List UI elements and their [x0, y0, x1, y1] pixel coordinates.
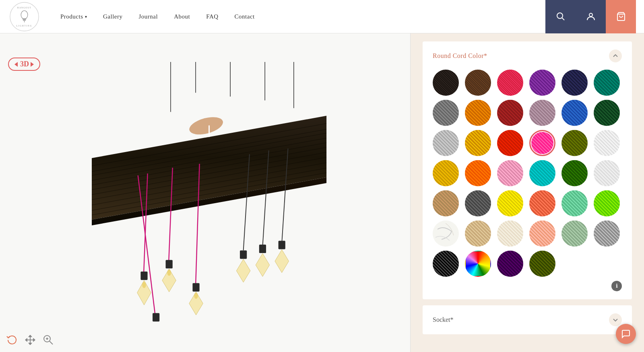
viewer-controls	[6, 334, 54, 346]
color-swatch[interactable]	[561, 160, 588, 186]
color-swatch[interactable]	[561, 190, 588, 216]
color-swatch[interactable]	[497, 160, 523, 186]
svg-rect-35	[140, 272, 147, 280]
color-swatch[interactable]	[529, 160, 555, 186]
logo[interactable]: HANGOUT LIGHTING	[8, 0, 40, 33]
color-swatch[interactable]	[433, 70, 459, 96]
svg-point-43	[194, 293, 198, 299]
main-nav: Products ▾ Gallery Journal About FAQ Con…	[52, 0, 545, 33]
svg-text:LIGHTING: LIGHTING	[16, 24, 32, 27]
color-section-title: Round Cord Color*	[433, 52, 487, 60]
color-section: Round Cord Color*	[423, 41, 632, 299]
svg-line-8	[562, 18, 564, 21]
color-swatch[interactable]	[465, 220, 491, 247]
collapse-button[interactable]	[609, 49, 622, 62]
expand-button[interactable]	[609, 313, 622, 326]
nav-journal[interactable]: Journal	[130, 0, 166, 33]
svg-rect-38	[165, 260, 172, 268]
right-panel: Round Cord Color*	[411, 33, 644, 352]
color-swatch[interactable]	[594, 160, 620, 186]
svg-point-40	[167, 270, 171, 276]
color-swatch[interactable]	[433, 220, 459, 247]
svg-marker-53	[275, 249, 289, 272]
nav-about[interactable]: About	[166, 0, 198, 33]
color-swatch[interactable]	[497, 100, 523, 126]
svg-rect-50	[259, 245, 266, 253]
socket-header: Socket*	[433, 313, 622, 326]
color-swatch[interactable]	[561, 100, 588, 126]
header: HANGOUT LIGHTING Products ▾ Gallery Jour…	[0, 0, 644, 33]
svg-line-57	[50, 341, 53, 344]
svg-marker-51	[256, 253, 269, 276]
color-swatch[interactable]	[594, 220, 620, 247]
svg-point-9	[589, 13, 592, 16]
color-swatch-selected[interactable]	[529, 130, 555, 156]
svg-rect-5	[23, 20, 25, 21]
color-swatch[interactable]	[465, 100, 491, 126]
color-swatch[interactable]	[561, 70, 588, 96]
color-swatch[interactable]	[529, 190, 555, 216]
color-swatch[interactable]	[465, 160, 491, 186]
svg-rect-52	[278, 241, 285, 249]
section-header: Round Cord Color*	[433, 49, 622, 62]
color-swatch[interactable]	[433, 100, 459, 126]
color-swatch[interactable]	[433, 190, 459, 216]
color-swatch[interactable]	[497, 190, 523, 216]
color-swatch[interactable]	[497, 220, 523, 247]
svg-point-60	[433, 221, 459, 247]
product-viewer: 3D	[0, 33, 410, 352]
color-grid	[433, 70, 622, 277]
svg-point-3	[21, 10, 28, 19]
move-control[interactable]	[24, 334, 36, 346]
color-swatch[interactable]	[529, 251, 555, 277]
color-swatch[interactable]	[594, 130, 620, 156]
svg-marker-46	[236, 259, 250, 282]
nav-gallery[interactable]: Gallery	[95, 0, 130, 33]
chat-button[interactable]	[616, 324, 636, 344]
color-swatch[interactable]	[561, 130, 588, 156]
color-swatch[interactable]	[465, 190, 491, 216]
svg-text:HANGOUT: HANGOUT	[17, 6, 31, 8]
header-actions	[545, 0, 636, 33]
color-swatch[interactable]	[465, 130, 491, 156]
socket-section: Socket*	[423, 305, 632, 334]
color-swatch[interactable]	[529, 70, 555, 96]
main-content: 3D	[0, 33, 644, 352]
color-swatch[interactable]	[465, 70, 491, 96]
svg-rect-44	[153, 313, 159, 321]
search-button[interactable]	[545, 0, 576, 33]
color-swatch[interactable]	[594, 190, 620, 216]
rotate-control[interactable]	[6, 334, 18, 346]
color-swatch[interactable]	[497, 70, 523, 96]
color-swatch[interactable]	[433, 251, 459, 277]
socket-title: Socket*	[433, 316, 454, 323]
svg-point-37	[142, 282, 146, 288]
color-swatch[interactable]	[594, 100, 620, 126]
svg-point-7	[557, 13, 563, 19]
color-swatch[interactable]	[529, 220, 555, 247]
color-swatch[interactable]	[561, 220, 588, 247]
info-icon[interactable]: ℹ	[611, 281, 622, 291]
svg-rect-45	[240, 250, 247, 259]
nav-contact[interactable]: Contact	[227, 0, 263, 33]
svg-point-29	[187, 114, 225, 138]
zoom-control[interactable]	[42, 334, 54, 346]
3d-badge[interactable]: 3D	[8, 58, 40, 71]
nav-faq[interactable]: FAQ	[198, 0, 226, 33]
color-swatch[interactable]	[529, 100, 555, 126]
cart-button[interactable]	[606, 0, 636, 33]
lamp-scene	[74, 62, 336, 323]
color-swatch[interactable]	[497, 130, 523, 156]
chevron-down-icon: ▾	[85, 0, 87, 33]
color-swatch[interactable]	[497, 251, 523, 277]
color-swatch[interactable]	[465, 251, 491, 277]
color-swatch[interactable]	[433, 130, 459, 156]
color-swatch[interactable]	[594, 70, 620, 96]
account-button[interactable]	[576, 0, 606, 33]
color-swatch[interactable]	[433, 160, 459, 186]
nav-products[interactable]: Products ▾	[52, 0, 95, 33]
svg-rect-41	[192, 283, 199, 292]
